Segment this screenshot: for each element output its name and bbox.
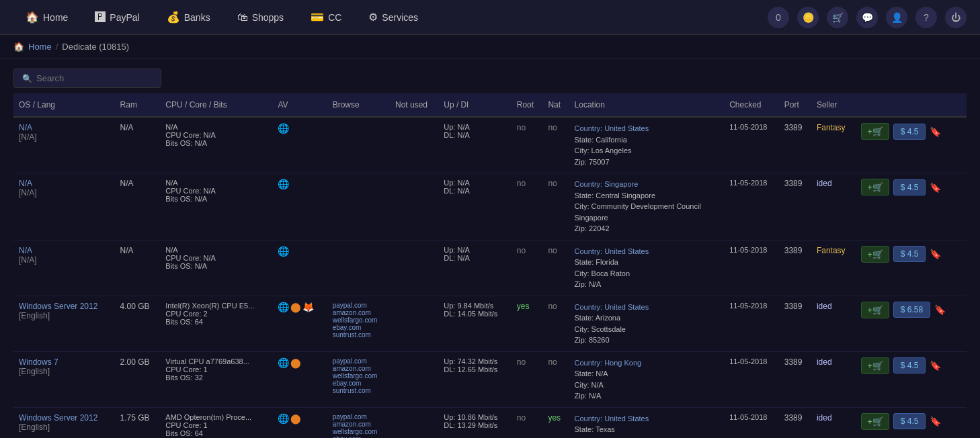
col-os-lang[interactable]: OS / Lang <box>13 93 115 117</box>
col-checked[interactable]: Checked <box>724 93 779 117</box>
lang-value: [N/A] <box>19 188 110 198</box>
cell-av: 🌐⬤ <box>272 407 327 438</box>
cell-ram: N/A <box>115 240 161 296</box>
bookmark-btn[interactable]: 🔖 <box>932 303 948 316</box>
cpu-name: N/A <box>165 123 267 131</box>
nav-shopps-label: Shopps <box>252 12 284 23</box>
bookmark-btn[interactable]: 🔖 <box>927 125 944 138</box>
help-icon-btn[interactable]: ? <box>915 7 937 28</box>
table-row: N/A [N/A] N/A N/A CPU Core: N/A Bits OS:… <box>13 117 967 173</box>
bookmark-btn[interactable]: 🔖 <box>927 414 944 428</box>
add-to-cart-btn[interactable]: +🛒 <box>861 357 889 374</box>
cell-nat: no <box>542 296 569 351</box>
nav-cc[interactable]: 💳 CC <box>298 5 354 29</box>
cell-checked: 11-05-2018 <box>724 173 779 240</box>
cpu-core: CPU Core: 1 <box>165 421 267 429</box>
location-city2: Singapore <box>575 212 719 224</box>
services-icon: ⚙ <box>368 11 378 24</box>
cell-browse <box>327 117 390 173</box>
nav-shopps[interactable]: 🛍 Shopps <box>225 5 296 29</box>
cell-up-dl: Up: 9.84 Mbit/sDL: 14.05 Mbit/s <box>438 296 511 351</box>
price-btn[interactable]: $ 6.58 <box>893 302 930 318</box>
shopps-icon: 🛍 <box>237 11 248 24</box>
add-to-cart-btn[interactable]: +🛒 <box>861 123 889 140</box>
cell-port: 3389 <box>779 117 811 173</box>
messages-icon-btn[interactable]: 💬 <box>856 7 878 28</box>
nav-home-label: Home <box>43 12 68 23</box>
bookmark-btn[interactable]: 🔖 <box>927 247 944 261</box>
col-location[interactable]: Location <box>569 93 725 117</box>
cell-av: 🌐 <box>272 240 327 296</box>
cell-browse: paypal.comamazon.comwellsfargo.comebay.c… <box>327 407 390 438</box>
cell-root: no <box>512 351 543 407</box>
cell-seller: ided <box>811 351 856 407</box>
os-value: Windows 7 <box>19 357 110 367</box>
price-btn[interactable]: $ 4.5 <box>893 357 926 374</box>
col-up-dl[interactable]: Up / Dl <box>438 93 511 117</box>
add-to-cart-btn[interactable]: +🛒 <box>861 302 889 318</box>
nav-paypal[interactable]: 🅿 PayPal <box>83 5 151 29</box>
location-city: City: N/A <box>575 380 719 391</box>
breadcrumb-home-link[interactable]: Home <box>28 42 52 52</box>
cell-root: no <box>512 173 543 240</box>
cell-ram: 1.75 GB <box>115 407 161 438</box>
chrome-icon: ⬤ <box>290 302 301 312</box>
nav-home[interactable]: 🏠 Home <box>13 5 80 29</box>
cell-cpu: Virtual CPU a7769a638... CPU Core: 1 Bit… <box>160 351 272 407</box>
cell-port: 3389 <box>779 296 811 351</box>
chrome-icon: ⬤ <box>290 357 301 368</box>
price-btn[interactable]: $ 4.5 <box>893 124 926 140</box>
cell-location: Country: Hong KongState: N/ACity: N/AZip… <box>569 351 725 407</box>
cell-nat: no <box>542 173 569 240</box>
price-btn[interactable]: $ 4.5 <box>893 246 926 262</box>
nav-services[interactable]: ⚙ Services <box>356 5 430 29</box>
add-to-cart-btn[interactable]: +🛒 <box>861 179 889 195</box>
balance-indicator[interactable]: 0 <box>768 7 789 28</box>
col-ram[interactable]: Ram <box>115 93 161 117</box>
nav-cc-label: CC <box>328 12 341 23</box>
cell-nat: no <box>542 117 569 173</box>
price-btn[interactable]: $ 4.5 <box>893 179 926 195</box>
bookmark-btn[interactable]: 🔖 <box>927 181 944 194</box>
location-city: City: San Antonio <box>575 435 719 439</box>
col-nat[interactable]: Nat <box>542 93 569 117</box>
cell-cpu: Intel(R) Xeon(R) CPU E5... CPU Core: 2 B… <box>160 296 272 351</box>
col-root[interactable]: Root <box>512 93 543 117</box>
nav-banks[interactable]: 💰 Banks <box>155 5 222 29</box>
cpu-core: CPU Core: 1 <box>165 365 267 374</box>
account-icon-btn[interactable]: 👤 <box>886 7 907 28</box>
cell-actions: +🛒 $ 4.5 🔖 <box>856 407 967 438</box>
search-input-wrapper[interactable]: 🔍 <box>13 69 161 88</box>
coin-icon-btn[interactable]: 🪙 <box>797 7 819 28</box>
cell-cpu: N/A CPU Core: N/A Bits OS: N/A <box>160 117 272 173</box>
cell-not-used <box>390 296 438 351</box>
cell-root: no <box>512 407 543 438</box>
cell-checked: 11-05-2018 <box>724 351 779 407</box>
cell-not-used <box>390 351 438 407</box>
col-cpu[interactable]: CPU / Core / Bits <box>160 93 272 117</box>
cc-icon: 💳 <box>311 11 324 24</box>
banks-icon: 💰 <box>167 11 180 24</box>
col-not-used[interactable]: Not used <box>390 93 438 117</box>
col-browse[interactable]: Browse <box>327 93 390 117</box>
cell-checked: 11-05-2018 <box>724 117 779 173</box>
location-state: State: N/A <box>575 368 719 380</box>
add-to-cart-btn[interactable]: +🛒 <box>861 413 889 430</box>
col-port[interactable]: Port <box>779 93 811 117</box>
power-icon-btn[interactable]: ⏻ <box>945 7 967 28</box>
nav-banks-label: Banks <box>184 12 210 23</box>
search-input[interactable] <box>36 73 153 83</box>
add-to-cart-btn[interactable]: +🛒 <box>861 246 889 263</box>
cell-os: N/A [N/A] <box>13 173 115 240</box>
lang-value: [English] <box>19 311 110 320</box>
bookmark-btn[interactable]: 🔖 <box>927 359 944 372</box>
os-value: N/A <box>19 179 110 188</box>
os-value: Windows Server 2012 <box>19 302 110 311</box>
price-btn[interactable]: $ 4.5 <box>893 413 926 429</box>
cell-ram: 4.00 GB <box>115 296 161 351</box>
location-country: Country: United States <box>575 302 719 313</box>
cell-not-used <box>390 407 438 438</box>
col-av[interactable]: AV <box>272 93 327 117</box>
cart-icon-btn[interactable]: 🛒 <box>827 7 848 28</box>
col-seller[interactable]: Seller <box>811 93 856 117</box>
